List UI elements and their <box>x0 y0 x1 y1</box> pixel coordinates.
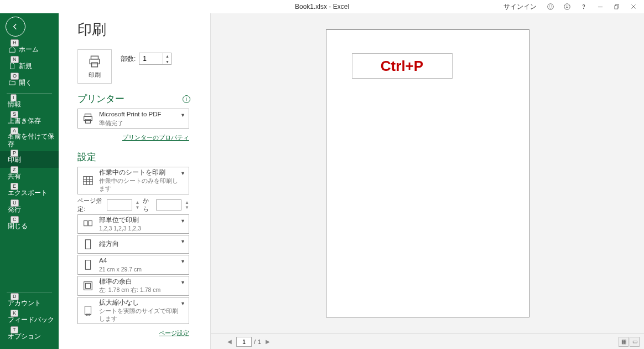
setting-orientation[interactable]: 縦方向 ▼ <box>77 235 189 254</box>
setting-line1: 標準の余白 <box>99 278 180 286</box>
paper-icon <box>81 258 95 271</box>
printer-selector[interactable]: Microsoft Print to PDF 準備完了 ▼ <box>77 109 189 129</box>
setting-line1: 拡大縮小なし <box>99 299 180 307</box>
zoom-to-page-icon[interactable]: ▭ <box>630 337 640 347</box>
chevron-down-icon: ▼ <box>180 218 185 224</box>
nav-close[interactable]: C 閉じる <box>0 218 59 234</box>
accel-key: I <box>11 94 17 101</box>
svg-point-3 <box>564 4 570 10</box>
chevron-down-icon: ▼ <box>180 239 185 244</box>
nav-export[interactable]: E エクスポート <box>0 184 59 201</box>
next-page-icon[interactable]: ▶ <box>263 337 272 346</box>
nav-save[interactable]: S 上書き保存 <box>0 112 59 129</box>
separator <box>7 292 52 292</box>
signin-link[interactable]: サインイン <box>500 2 540 12</box>
setting-line1: A4 <box>99 256 180 265</box>
face-smile-icon[interactable] <box>544 1 557 13</box>
pagespec-to-label: から <box>143 197 153 213</box>
collate-icon <box>81 217 95 230</box>
copies-spinner[interactable]: ▲ ▼ <box>139 53 172 65</box>
accel-key: C <box>11 216 19 223</box>
svg-rect-9 <box>615 6 618 9</box>
spinner-up-icon[interactable]: ▲ <box>163 53 171 59</box>
print-preview-panel: Ctrl+P ◀ / 1 ▶ ▦ ▭ <box>210 13 644 349</box>
nav-share[interactable]: Z 共有 <box>0 168 59 184</box>
spinner-down-icon[interactable]: ▼ <box>163 59 171 64</box>
nav-info[interactable]: I 情報 <box>0 96 59 112</box>
help-icon[interactable] <box>578 1 590 13</box>
print-button[interactable]: 印刷 <box>77 49 112 84</box>
setting-scaling[interactable]: 100 拡大縮小なし シートを実際のサイズで印刷します ▼ <box>77 297 189 325</box>
nav-home[interactable]: H ホーム <box>0 41 59 58</box>
setting-line2: 1,2,3 1,2,3 1,2,3 <box>99 224 180 232</box>
svg-rect-17 <box>85 120 90 123</box>
page-setup-link[interactable]: ページ設定 <box>159 330 189 336</box>
pagespec-to-input[interactable] <box>156 199 181 211</box>
preview-cell: Ctrl+P <box>352 53 453 79</box>
setting-line1: 縦方向 <box>99 240 180 249</box>
svg-rect-28 <box>85 283 90 288</box>
svg-text:100: 100 <box>85 313 90 316</box>
svg-rect-14 <box>92 63 98 67</box>
setting-line2: 作業中のシートのみを印刷します <box>99 177 180 192</box>
printer-info-icon[interactable]: i <box>183 95 190 103</box>
print-button-label: 印刷 <box>89 71 101 79</box>
nav-saveas[interactable]: A 名前を付けて保存 <box>0 129 59 151</box>
title-bar: Book1.xlsx - Excel サインイン <box>0 0 644 13</box>
setting-line2: 左: 1.78 cm 右: 1.78 cm <box>99 286 180 294</box>
nav-label: 新規 <box>19 61 32 71</box>
printer-icon <box>81 112 95 125</box>
pagespec-from-input[interactable] <box>107 199 132 211</box>
nav-feedback[interactable]: K フィードバック <box>0 311 59 328</box>
chevron-down-icon: ▼ <box>180 280 185 285</box>
page-sep: / <box>254 338 256 345</box>
svg-rect-24 <box>89 221 92 226</box>
margins-icon <box>81 279 95 292</box>
svg-point-6 <box>584 8 584 9</box>
print-settings-panel: 印刷 印刷 部数: ▲ ▼ <box>59 13 210 349</box>
setting-margins[interactable]: 標準の余白 左: 1.78 cm 右: 1.78 cm ▼ <box>77 276 189 296</box>
back-button[interactable] <box>6 17 25 37</box>
nav-new[interactable]: N 新規 <box>0 58 59 74</box>
separator <box>7 93 52 94</box>
copies-input[interactable] <box>139 53 163 64</box>
setting-paper-size[interactable]: A4 21 cm x 29.7 cm ▼ <box>77 255 189 275</box>
setting-print-what[interactable]: 作業中のシートを印刷 作業中のシートのみを印刷します ▼ <box>77 167 189 194</box>
printer-name: Microsoft Print to PDF <box>99 110 180 119</box>
nav-options[interactable]: T オプション <box>0 328 59 345</box>
nav-publish[interactable]: U 発行 <box>0 201 59 218</box>
accel-key: H <box>11 39 19 47</box>
nav-account[interactable]: D アカウント <box>0 295 59 311</box>
printer-status: 準備完了 <box>99 119 180 127</box>
accel-key: P <box>11 150 18 157</box>
accel-key: U <box>11 199 19 207</box>
setting-line2: 21 cm x 29.7 cm <box>99 265 180 273</box>
nav-print[interactable]: P 印刷 <box>0 151 59 168</box>
chevron-down-icon: ▼ <box>180 171 185 176</box>
close-icon[interactable] <box>627 1 640 13</box>
prev-page-icon[interactable]: ◀ <box>225 337 234 346</box>
nav-open[interactable]: O 開く <box>0 74 59 91</box>
show-margins-icon[interactable]: ▦ <box>619 337 629 347</box>
page-number-input[interactable] <box>236 337 252 347</box>
svg-rect-12 <box>91 56 98 59</box>
face-sad-icon[interactable] <box>561 1 573 13</box>
setting-line1: 部単位で印刷 <box>99 216 180 225</box>
svg-rect-25 <box>85 240 90 249</box>
printer-properties-link[interactable]: プリンターのプロパティ <box>122 134 189 141</box>
svg-rect-26 <box>85 260 90 270</box>
sheets-icon <box>81 174 95 187</box>
accel-key: S <box>11 111 18 118</box>
restore-icon[interactable] <box>611 1 623 13</box>
svg-point-0 <box>548 4 554 10</box>
chevron-down-icon: ▼ <box>180 112 185 118</box>
printer-heading: プリンター <box>77 93 124 105</box>
setting-collate[interactable]: 部単位で印刷 1,2,3 1,2,3 1,2,3 ▼ <box>77 214 189 234</box>
scale-icon: 100 <box>81 304 95 317</box>
accel-key: K <box>11 310 18 317</box>
chevron-down-icon: ▼ <box>180 301 185 306</box>
minimize-icon[interactable] <box>594 1 606 13</box>
accel-key: E <box>11 183 18 190</box>
accel-key: N <box>11 56 19 63</box>
accel-key: T <box>11 326 18 333</box>
